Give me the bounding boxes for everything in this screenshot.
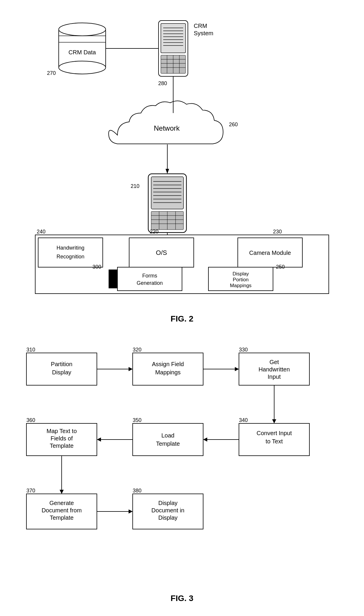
svg-text:Document from: Document from xyxy=(42,507,82,514)
svg-text:270: 270 xyxy=(47,70,56,76)
svg-marker-82 xyxy=(235,367,239,371)
svg-text:Mappings: Mappings xyxy=(230,283,252,288)
svg-text:Handwriting: Handwriting xyxy=(56,245,84,251)
crm-data-node: CRM Data 270 xyxy=(47,23,106,76)
crm-system-node: CRM System 280 xyxy=(158,21,213,86)
svg-text:320: 320 xyxy=(133,347,141,353)
svg-marker-101 xyxy=(97,437,101,442)
svg-text:280: 280 xyxy=(158,80,167,86)
svg-marker-89 xyxy=(272,419,276,423)
svg-text:Get: Get xyxy=(269,359,279,365)
svg-point-1 xyxy=(59,23,106,36)
svg-text:Load: Load xyxy=(161,432,175,439)
svg-text:260: 260 xyxy=(229,122,238,127)
svg-marker-95 xyxy=(203,437,207,442)
svg-text:Convert Input: Convert Input xyxy=(257,430,292,436)
svg-text:O/S: O/S xyxy=(156,249,167,256)
device-210-node: 210 xyxy=(131,174,186,233)
svg-text:Template: Template xyxy=(50,514,73,521)
svg-text:210: 210 xyxy=(131,183,139,189)
svg-marker-76 xyxy=(129,367,133,371)
svg-rect-54 xyxy=(38,238,103,267)
svg-text:Generation: Generation xyxy=(136,280,163,286)
svg-text:Handwritten: Handwritten xyxy=(259,366,290,373)
svg-text:Forms: Forms xyxy=(142,273,157,279)
svg-text:Template: Template xyxy=(156,440,180,447)
svg-marker-31 xyxy=(166,169,169,174)
fig3-diagram: Partition Display 310 Assign Field Mappi… xyxy=(18,341,346,605)
svg-text:Mappings: Mappings xyxy=(155,369,181,376)
svg-text:Input: Input xyxy=(268,373,281,380)
svg-text:Template: Template xyxy=(50,442,73,449)
svg-text:310: 310 xyxy=(26,347,35,353)
svg-text:Display: Display xyxy=(52,369,71,376)
svg-text:340: 340 xyxy=(239,417,248,423)
svg-text:Generate: Generate xyxy=(49,500,74,506)
svg-text:CRM: CRM xyxy=(194,23,207,29)
svg-text:Portion: Portion xyxy=(233,277,249,282)
page: CRM Data 270 xyxy=(0,0,364,616)
svg-marker-115 xyxy=(129,509,133,514)
svg-text:Fields of: Fields of xyxy=(50,435,73,442)
svg-marker-108 xyxy=(60,490,64,494)
svg-text:to Text: to Text xyxy=(266,438,283,445)
svg-text:370: 370 xyxy=(26,488,35,494)
svg-text:250: 250 xyxy=(276,264,285,270)
svg-text:Map Text to: Map Text to xyxy=(46,428,77,434)
svg-text:380: 380 xyxy=(133,488,141,494)
svg-text:300: 300 xyxy=(92,264,101,270)
svg-text:Partition: Partition xyxy=(51,361,72,367)
svg-text:Network: Network xyxy=(154,124,180,132)
svg-text:330: 330 xyxy=(239,347,248,353)
svg-text:Recognition: Recognition xyxy=(56,254,84,260)
svg-rect-96 xyxy=(133,423,203,456)
fig2-diagram: CRM Data 270 xyxy=(18,12,346,320)
svg-text:360: 360 xyxy=(26,417,35,423)
svg-text:System: System xyxy=(194,30,213,36)
svg-text:350: 350 xyxy=(133,417,141,423)
svg-text:Display: Display xyxy=(158,514,178,521)
svg-rect-61 xyxy=(117,267,182,291)
svg-rect-62 xyxy=(109,270,117,288)
svg-text:240: 240 xyxy=(37,229,45,235)
svg-text:Display: Display xyxy=(232,271,249,277)
svg-text:Assign Field: Assign Field xyxy=(152,361,184,367)
svg-text:Display: Display xyxy=(158,500,178,506)
svg-text:230: 230 xyxy=(273,229,282,235)
svg-point-2 xyxy=(59,61,106,74)
svg-text:Camera Module: Camera Module xyxy=(249,250,291,256)
svg-text:Document in: Document in xyxy=(151,507,184,514)
svg-text:220: 220 xyxy=(150,229,159,235)
svg-text:CRM Data: CRM Data xyxy=(68,49,96,55)
